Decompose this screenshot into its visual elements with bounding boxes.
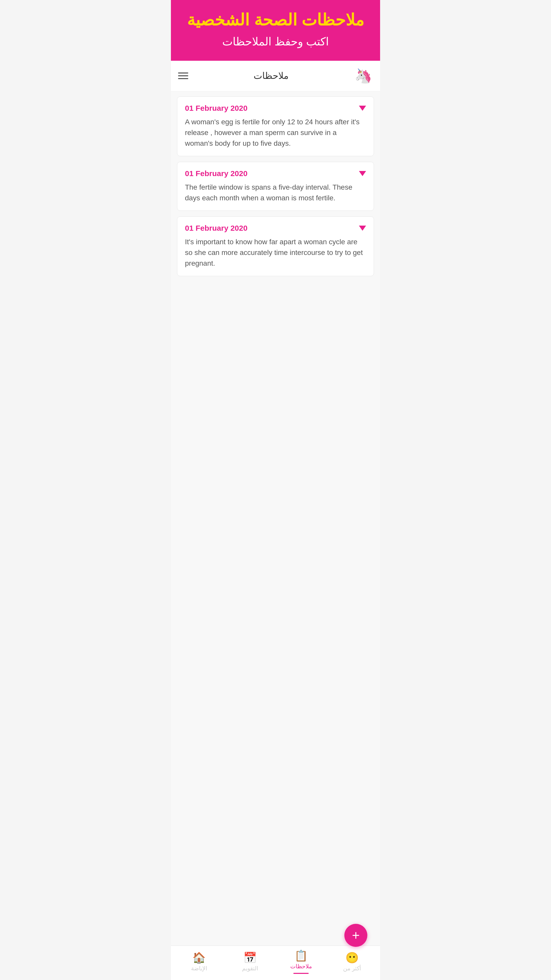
note-card-1: 01 February 2020 A woman's egg is fertil…	[177, 97, 374, 156]
app-subtitle: اكتب وحفظ الملاحظات	[179, 35, 372, 48]
note-header-2: 01 February 2020	[185, 169, 366, 178]
bottom-nav: الإباضة التقويم ملاحظات أكثر من	[171, 945, 380, 980]
nav-item-notes[interactable]: ملاحظات	[275, 950, 327, 974]
note-body-3: It's important to know how far apart a w…	[185, 237, 366, 269]
navbar-title: ملاحظات	[254, 70, 289, 81]
nav-label-home: الإباضة	[191, 965, 207, 972]
note-dropdown-arrow-1[interactable]	[359, 106, 366, 111]
note-card-2: 01 February 2020 The fertile window is s…	[177, 162, 374, 211]
card-navbar: 🦄 ملاحظات	[171, 61, 380, 91]
add-note-fab[interactable]: +	[345, 924, 367, 947]
note-header-1: 01 February 2020	[185, 104, 366, 113]
note-dropdown-arrow-2[interactable]	[359, 171, 366, 176]
calendar-icon	[243, 953, 257, 963]
notes-icon	[294, 950, 308, 961]
nav-label-calendar: التقويم	[242, 965, 258, 972]
nav-label-more: أكثر من	[343, 965, 361, 972]
nav-active-indicator	[293, 973, 309, 974]
add-icon: +	[352, 929, 360, 942]
nav-item-home[interactable]: الإباضة	[173, 953, 224, 972]
home-icon	[192, 953, 206, 963]
nav-item-calendar[interactable]: التقويم	[224, 953, 275, 972]
note-body-2: The fertile window is spans a five-day i…	[185, 182, 366, 204]
note-dropdown-arrow-3[interactable]	[359, 226, 366, 231]
more-icon	[345, 953, 359, 963]
empty-area	[177, 282, 374, 358]
note-header-3: 01 February 2020	[185, 224, 366, 232]
note-body-1: A woman's egg is fertile for only 12 to …	[185, 117, 366, 149]
content-card: 🦄 ملاحظات 01 February 2020 A woman's egg…	[171, 61, 380, 945]
unicorn-avatar: 🦄	[354, 66, 373, 86]
nav-item-more[interactable]: أكثر من	[327, 953, 378, 972]
note-date-3: 01 February 2020	[185, 224, 248, 232]
note-card-3: 01 February 2020 It's important to know …	[177, 216, 374, 276]
note-date-2: 01 February 2020	[185, 169, 248, 178]
app-title: ملاحظات الصحة الشخصية	[179, 10, 372, 30]
app-header: ملاحظات الصحة الشخصية اكتب وحفظ الملاحظا…	[171, 0, 380, 61]
nav-label-notes: ملاحظات	[290, 963, 312, 970]
note-date-1: 01 February 2020	[185, 104, 248, 113]
hamburger-menu-icon[interactable]	[178, 73, 188, 79]
notes-list: 01 February 2020 A woman's egg is fertil…	[171, 91, 380, 945]
